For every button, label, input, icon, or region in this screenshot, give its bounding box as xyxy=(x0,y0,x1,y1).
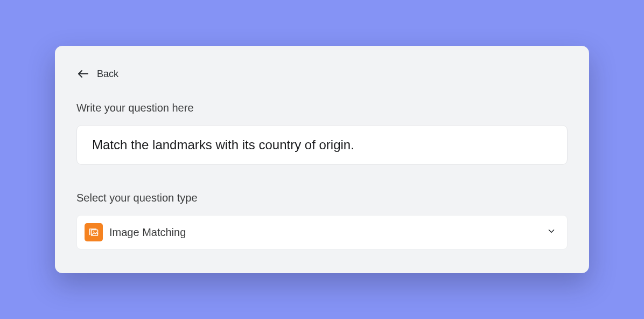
question-field-label: Write your question here xyxy=(76,102,568,114)
question-type-label: Select your question type xyxy=(76,192,568,204)
arrow-left-icon xyxy=(76,67,89,80)
back-button[interactable]: Back xyxy=(76,67,118,80)
svg-point-2 xyxy=(93,231,94,232)
question-input[interactable] xyxy=(76,125,568,165)
image-matching-icon xyxy=(85,223,103,241)
question-type-selected-label: Image Matching xyxy=(109,226,547,239)
question-type-select[interactable]: Image Matching xyxy=(76,215,568,249)
back-label: Back xyxy=(97,68,118,80)
chevron-down-icon xyxy=(547,226,556,238)
question-editor-card: Back Write your question here Select you… xyxy=(55,46,589,273)
